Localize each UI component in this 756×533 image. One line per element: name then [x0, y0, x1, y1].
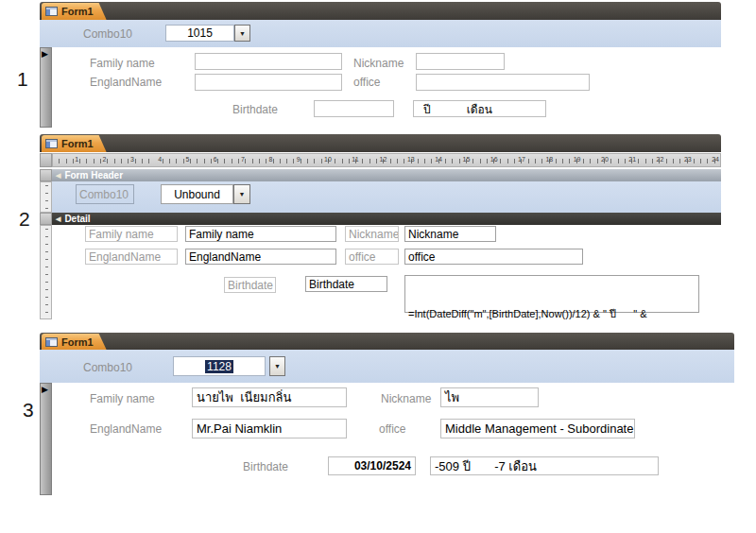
age-year-unit: ปี [423, 100, 431, 117]
ruler-number: 23 [684, 156, 692, 163]
dropdown-arrow-icon: ▼ [239, 191, 246, 198]
office-design-label[interactable]: office [345, 249, 399, 265]
record-selector-bar[interactable]: ▶ [40, 383, 52, 495]
combo10-label: Combo10 [83, 27, 132, 41]
combo10-dropdown-button[interactable]: ▼ [233, 184, 250, 204]
form-icon [45, 337, 58, 347]
combo10-selected-value: 1128 [205, 360, 233, 373]
office-input[interactable]: Middle Management - Subordinate [440, 419, 635, 438]
combo10-input[interactable]: 1128 [173, 356, 266, 376]
current-record-icon: ▶ [42, 385, 48, 395]
office-design-textbox[interactable]: office [404, 249, 583, 265]
birthdate-label: Birthdate [243, 460, 288, 473]
englandname-label: EnglandName [90, 76, 162, 89]
birthdate-design-textbox[interactable]: Birthdate [305, 276, 387, 292]
office-label: office [353, 76, 380, 89]
nickname-label: Nickname [381, 392, 431, 405]
birthdate-design-label[interactable]: Birthdate [224, 277, 276, 293]
age-output-box[interactable]: -509 ปี -7 เดือน [430, 456, 659, 475]
nickname-input[interactable] [416, 53, 505, 70]
form-header-section-bar[interactable]: ◀ Form Header [52, 169, 721, 181]
family-name-design-textbox[interactable]: Family name [185, 226, 336, 242]
age-formula-textbox[interactable]: =Int(DateDiff("m",[BirthDate],Now())/12)… [404, 275, 699, 313]
ruler-number: 9 [297, 156, 301, 163]
horizontal-ruler: 123456789101112131415161718192021222324 [52, 153, 721, 167]
label-text: Birthdate [228, 279, 273, 292]
tab-label: Form1 [61, 6, 94, 17]
ruler-number: 15 [463, 156, 471, 163]
combo10-design-label[interactable]: Combo10 [76, 184, 134, 204]
family-name-input[interactable]: นายไพ เนียมกลิ่น [192, 387, 347, 407]
family-name-input[interactable] [195, 53, 342, 70]
ruler-number: 12 [380, 156, 387, 163]
tab-form1[interactable]: Form1 [42, 3, 107, 20]
textbox-text: EnglandName [189, 250, 261, 264]
age-output-box[interactable]: ปี เดือน [413, 100, 546, 117]
ruler-number: 24 [712, 156, 719, 163]
textbox-text: Birthdate [309, 278, 354, 291]
nickname-label: Nickname [353, 57, 404, 70]
textbox-text: Family name [189, 228, 254, 241]
englandname-design-textbox[interactable]: EnglandName [185, 249, 336, 265]
family-name-value: นายไพ เนียมกลิ่น [197, 387, 291, 407]
access-form-view-3: Form1 Combo10 1128 ▼ ▶ Family name นายไพ… [40, 333, 734, 495]
tab-form1[interactable]: Form1 [42, 135, 107, 152]
detail-section-selector[interactable] [40, 213, 52, 225]
label-text: Family name [89, 228, 154, 241]
combo10-value: 1015 [187, 26, 213, 40]
ruler-number: 1 [75, 156, 78, 163]
form-icon [45, 139, 58, 148]
ruler-number: 5 [186, 156, 190, 163]
ruler-number: 6 [214, 156, 217, 163]
formula-line-1: =Int(DateDiff("m",[BirthDate],Now())/12)… [408, 307, 696, 322]
nickname-design-textbox[interactable]: Nickname [404, 226, 496, 242]
form-header-section-selector[interactable] [40, 169, 52, 181]
form-header-section-title: Form Header [64, 170, 123, 181]
ruler-number: 17 [518, 156, 525, 163]
record-selector-bar[interactable]: ▶ [40, 47, 52, 128]
combo10-dropdown-button[interactable]: ▼ [234, 25, 250, 42]
englandname-input[interactable] [195, 74, 342, 91]
ruler-number: 2 [103, 156, 107, 163]
office-value: Middle Management - Subordinate [445, 421, 633, 436]
screenshot-canvas: 1 2 3 Form1 Combo10 1015 ▼ ▶ Family name… [0, 0, 756, 533]
nickname-design-label[interactable]: Nickname [345, 226, 399, 242]
figure-number-2: 2 [19, 208, 30, 231]
vertical-ruler [40, 181, 52, 213]
combo10-input[interactable]: 1015 [165, 25, 234, 42]
birthdate-input[interactable]: 03/10/2524 [328, 456, 416, 475]
figure-number-1: 1 [17, 68, 28, 91]
englandname-label: EnglandName [90, 422, 162, 436]
birthdate-input[interactable] [314, 100, 394, 117]
ruler-number: 4 [158, 156, 162, 163]
office-label: office [379, 422, 405, 436]
form-header-section: Combo10 1128 ▼ [40, 350, 734, 383]
tab-label: Form1 [61, 138, 94, 149]
combo10-label-text: Combo10 [79, 188, 129, 201]
family-name-design-label[interactable]: Family name [85, 226, 178, 242]
age-value: -509 ปี -7 เดือน [435, 456, 537, 475]
combo10-dropdown-button[interactable]: ▼ [269, 356, 285, 376]
nickname-input[interactable]: ไพ [440, 387, 539, 407]
ruler-number: 22 [657, 156, 664, 163]
label-text: office [349, 250, 375, 264]
englandname-design-label[interactable]: EnglandName [85, 249, 178, 265]
tab-form1[interactable]: Form1 [42, 334, 107, 350]
ruler-number: 13 [407, 156, 415, 163]
detail-section-title: Detail [64, 214, 90, 224]
dropdown-arrow-icon: ▼ [239, 30, 246, 37]
englandname-value: Mr.Pai Niamklin [197, 421, 282, 436]
detail-section-bar[interactable]: ◀ Detail [52, 213, 721, 225]
ruler-number: 8 [268, 156, 272, 163]
birthdate-label: Birthdate [232, 103, 278, 116]
combo10-design-combobox[interactable]: Unbound [161, 184, 233, 204]
section-expand-icon: ◀ [56, 215, 60, 223]
family-name-label: Family name [90, 57, 155, 70]
ruler-number: 20 [601, 156, 609, 163]
ruler-number: 11 [352, 156, 358, 163]
englandname-input[interactable]: Mr.Pai Niamklin [192, 419, 347, 438]
ruler-number: 10 [324, 156, 332, 163]
section-expand-icon: ◀ [56, 172, 60, 180]
current-record-icon: ▶ [42, 49, 48, 60]
office-input[interactable] [416, 74, 590, 91]
